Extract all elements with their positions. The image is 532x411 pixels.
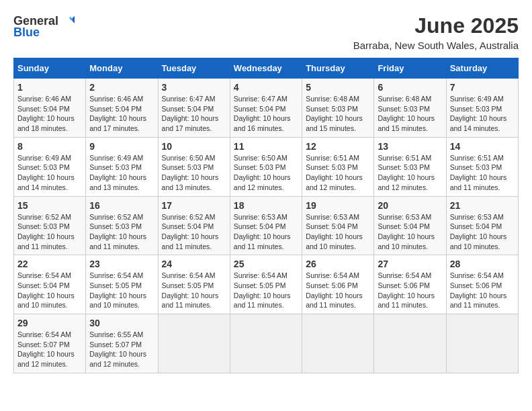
calendar-cell: 15 Sunrise: 6:52 AM Sunset: 5:03 PM Dayl… bbox=[14, 196, 86, 255]
calendar-cell: 6 Sunrise: 6:48 AM Sunset: 5:03 PM Dayli… bbox=[374, 79, 446, 138]
day-number: 18 bbox=[234, 200, 298, 211]
day-number: 14 bbox=[450, 141, 515, 152]
calendar-cell: 22 Sunrise: 6:54 AM Sunset: 5:04 PM Dayl… bbox=[14, 255, 86, 314]
day-number: 27 bbox=[378, 259, 442, 269]
day-number: 11 bbox=[234, 141, 298, 152]
day-number: 5 bbox=[306, 82, 370, 93]
day-info: Sunrise: 6:54 AM Sunset: 5:06 PM Dayligh… bbox=[306, 271, 370, 310]
day-number: 30 bbox=[89, 318, 154, 328]
calendar-cell: 5 Sunrise: 6:48 AM Sunset: 5:03 PM Dayli… bbox=[302, 79, 374, 138]
calendar-cell: 24 Sunrise: 6:54 AM Sunset: 5:05 PM Dayl… bbox=[158, 255, 230, 314]
calendar-cell: 2 Sunrise: 6:46 AM Sunset: 5:04 PM Dayli… bbox=[86, 79, 158, 138]
day-number: 4 bbox=[234, 82, 298, 93]
calendar-cell: 29 Sunrise: 6:54 AM Sunset: 5:07 PM Dayl… bbox=[14, 314, 86, 373]
calendar-cell: 21 Sunrise: 6:53 AM Sunset: 5:04 PM Dayl… bbox=[446, 196, 518, 255]
calendar-cell: 23 Sunrise: 6:54 AM Sunset: 5:05 PM Dayl… bbox=[86, 255, 158, 314]
calendar-cell: 25 Sunrise: 6:54 AM Sunset: 5:05 PM Dayl… bbox=[230, 255, 302, 314]
day-info: Sunrise: 6:52 AM Sunset: 5:03 PM Dayligh… bbox=[89, 212, 154, 252]
day-info: Sunrise: 6:47 AM Sunset: 5:04 PM Dayligh… bbox=[162, 94, 226, 134]
day-info: Sunrise: 6:51 AM Sunset: 5:03 PM Dayligh… bbox=[450, 153, 515, 193]
calendar-cell: 4 Sunrise: 6:47 AM Sunset: 5:04 PM Dayli… bbox=[230, 79, 302, 138]
calendar-cell: 7 Sunrise: 6:49 AM Sunset: 5:03 PM Dayli… bbox=[446, 79, 518, 138]
calendar-week-4: 22 Sunrise: 6:54 AM Sunset: 5:04 PM Dayl… bbox=[14, 255, 519, 314]
day-number: 7 bbox=[450, 82, 515, 93]
calendar-cell: 28 Sunrise: 6:54 AM Sunset: 5:06 PM Dayl… bbox=[446, 255, 518, 314]
calendar-cell: 9 Sunrise: 6:49 AM Sunset: 5:03 PM Dayli… bbox=[86, 137, 158, 196]
calendar-cell: 13 Sunrise: 6:51 AM Sunset: 5:03 PM Dayl… bbox=[374, 137, 446, 196]
day-number: 25 bbox=[234, 259, 298, 269]
location-title: Barraba, New South Wales, Australia bbox=[353, 40, 519, 51]
header-monday: Monday bbox=[86, 58, 158, 79]
header-friday: Friday bbox=[374, 58, 446, 79]
day-info: Sunrise: 6:53 AM Sunset: 5:04 PM Dayligh… bbox=[234, 212, 298, 252]
day-info: Sunrise: 6:54 AM Sunset: 5:05 PM Dayligh… bbox=[162, 271, 226, 310]
day-info: Sunrise: 6:54 AM Sunset: 5:05 PM Dayligh… bbox=[234, 271, 298, 310]
header: General Blue June 2025 Barraba, New Sout… bbox=[13, 13, 519, 51]
day-info: Sunrise: 6:49 AM Sunset: 5:03 PM Dayligh… bbox=[450, 94, 515, 134]
calendar-cell: 30 Sunrise: 6:55 AM Sunset: 5:07 PM Dayl… bbox=[86, 314, 158, 373]
header-sunday: Sunday bbox=[14, 58, 86, 79]
day-number: 26 bbox=[306, 259, 370, 269]
day-info: Sunrise: 6:55 AM Sunset: 5:07 PM Dayligh… bbox=[89, 330, 154, 369]
day-info: Sunrise: 6:52 AM Sunset: 5:04 PM Dayligh… bbox=[162, 212, 226, 252]
day-number: 15 bbox=[17, 200, 82, 211]
calendar-week-3: 15 Sunrise: 6:52 AM Sunset: 5:03 PM Dayl… bbox=[14, 196, 519, 255]
logo: General Blue bbox=[13, 13, 75, 40]
logo-blue-text: Blue bbox=[13, 26, 40, 40]
day-number: 10 bbox=[162, 141, 226, 152]
day-info: Sunrise: 6:48 AM Sunset: 5:03 PM Dayligh… bbox=[378, 94, 442, 134]
day-number: 20 bbox=[378, 200, 442, 211]
calendar-cell: 20 Sunrise: 6:53 AM Sunset: 5:04 PM Dayl… bbox=[374, 196, 446, 255]
calendar-cell bbox=[374, 314, 446, 373]
calendar-cell: 18 Sunrise: 6:53 AM Sunset: 5:04 PM Dayl… bbox=[230, 196, 302, 255]
day-number: 13 bbox=[378, 141, 442, 152]
calendar-cell bbox=[230, 314, 302, 373]
calendar-cell: 3 Sunrise: 6:47 AM Sunset: 5:04 PM Dayli… bbox=[158, 79, 230, 138]
calendar-cell: 26 Sunrise: 6:54 AM Sunset: 5:06 PM Dayl… bbox=[302, 255, 374, 314]
calendar-cell: 19 Sunrise: 6:53 AM Sunset: 5:04 PM Dayl… bbox=[302, 196, 374, 255]
day-info: Sunrise: 6:54 AM Sunset: 5:07 PM Dayligh… bbox=[17, 330, 82, 369]
calendar-cell: 11 Sunrise: 6:50 AM Sunset: 5:03 PM Dayl… bbox=[230, 137, 302, 196]
day-info: Sunrise: 6:46 AM Sunset: 5:04 PM Dayligh… bbox=[17, 94, 82, 134]
day-info: Sunrise: 6:54 AM Sunset: 5:06 PM Dayligh… bbox=[378, 271, 442, 310]
day-info: Sunrise: 6:48 AM Sunset: 5:03 PM Dayligh… bbox=[306, 94, 370, 134]
day-info: Sunrise: 6:53 AM Sunset: 5:04 PM Dayligh… bbox=[450, 212, 515, 252]
day-info: Sunrise: 6:53 AM Sunset: 5:04 PM Dayligh… bbox=[378, 212, 442, 252]
day-info: Sunrise: 6:46 AM Sunset: 5:04 PM Dayligh… bbox=[89, 94, 154, 134]
day-number: 29 bbox=[17, 318, 82, 328]
day-number: 1 bbox=[17, 82, 82, 93]
day-number: 21 bbox=[450, 200, 515, 211]
day-info: Sunrise: 6:54 AM Sunset: 5:04 PM Dayligh… bbox=[17, 271, 82, 310]
calendar-cell bbox=[446, 314, 518, 373]
calendar-week-1: 1 Sunrise: 6:46 AM Sunset: 5:04 PM Dayli… bbox=[14, 79, 519, 138]
calendar-week-5: 29 Sunrise: 6:54 AM Sunset: 5:07 PM Dayl… bbox=[14, 314, 519, 373]
day-number: 28 bbox=[450, 259, 515, 269]
calendar-cell: 10 Sunrise: 6:50 AM Sunset: 5:03 PM Dayl… bbox=[158, 137, 230, 196]
day-number: 19 bbox=[306, 200, 370, 211]
day-info: Sunrise: 6:49 AM Sunset: 5:03 PM Dayligh… bbox=[89, 153, 154, 193]
day-number: 17 bbox=[162, 200, 226, 211]
calendar-week-2: 8 Sunrise: 6:49 AM Sunset: 5:03 PM Dayli… bbox=[14, 137, 519, 196]
month-title: June 2025 bbox=[353, 13, 519, 38]
day-number: 24 bbox=[162, 259, 226, 269]
day-info: Sunrise: 6:54 AM Sunset: 5:06 PM Dayligh… bbox=[450, 271, 515, 310]
title-area: June 2025 Barraba, New South Wales, Aust… bbox=[353, 13, 519, 51]
day-info: Sunrise: 6:47 AM Sunset: 5:04 PM Dayligh… bbox=[234, 94, 298, 134]
day-info: Sunrise: 6:50 AM Sunset: 5:03 PM Dayligh… bbox=[234, 153, 298, 193]
calendar-header-row: SundayMondayTuesdayWednesdayThursdayFrid… bbox=[14, 58, 519, 79]
header-tuesday: Tuesday bbox=[158, 58, 230, 79]
calendar-cell: 1 Sunrise: 6:46 AM Sunset: 5:04 PM Dayli… bbox=[14, 79, 86, 138]
day-info: Sunrise: 6:51 AM Sunset: 5:03 PM Dayligh… bbox=[306, 153, 370, 193]
calendar-cell: 14 Sunrise: 6:51 AM Sunset: 5:03 PM Dayl… bbox=[446, 137, 518, 196]
calendar-cell: 16 Sunrise: 6:52 AM Sunset: 5:03 PM Dayl… bbox=[86, 196, 158, 255]
day-number: 22 bbox=[17, 259, 82, 269]
day-info: Sunrise: 6:49 AM Sunset: 5:03 PM Dayligh… bbox=[17, 153, 82, 193]
day-number: 6 bbox=[378, 82, 442, 93]
logo-icon bbox=[60, 13, 75, 28]
day-number: 16 bbox=[89, 200, 154, 211]
day-info: Sunrise: 6:52 AM Sunset: 5:03 PM Dayligh… bbox=[17, 212, 82, 252]
calendar-cell: 12 Sunrise: 6:51 AM Sunset: 5:03 PM Dayl… bbox=[302, 137, 374, 196]
calendar-cell: 17 Sunrise: 6:52 AM Sunset: 5:04 PM Dayl… bbox=[158, 196, 230, 255]
calendar-cell: 27 Sunrise: 6:54 AM Sunset: 5:06 PM Dayl… bbox=[374, 255, 446, 314]
day-number: 8 bbox=[17, 141, 82, 152]
